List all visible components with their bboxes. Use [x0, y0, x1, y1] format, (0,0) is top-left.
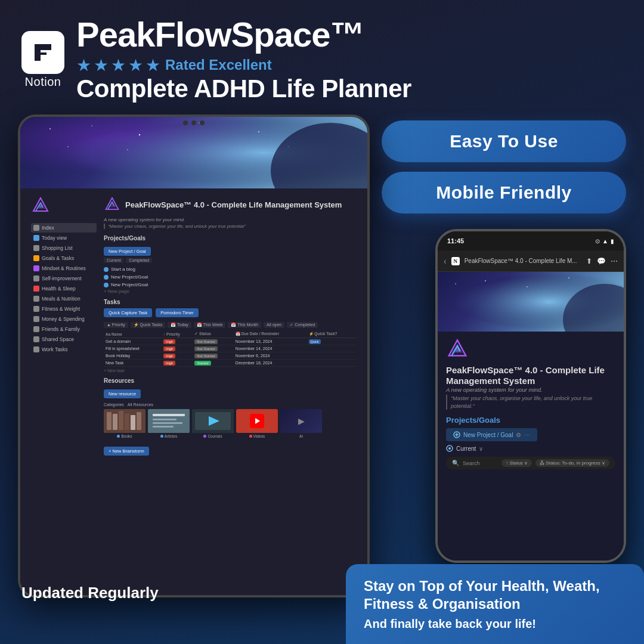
mobile-favicon: N [451, 257, 460, 265]
task-date-3: November 6, 2024 [234, 352, 307, 360]
youtube-icon [250, 414, 264, 428]
task-date-2: November 14, 2024 [234, 345, 307, 352]
tasks-table: Aa Name ↑ Priority ✓ Status 📅 Due Date /… [104, 330, 357, 367]
svg-point-2 [49, 128, 51, 129]
mobile-back-button[interactable]: ‹ [444, 256, 447, 266]
svg-point-8 [258, 131, 259, 132]
task-status-4: Started [193, 360, 234, 367]
task-priority-3: High [162, 352, 193, 360]
task-quick-1: Quick [307, 338, 357, 345]
mobile-page-title: PeakFlowSpace™ 4.0 - Complete Life Manag… [446, 365, 615, 386]
new-page-link[interactable]: + New page [104, 289, 357, 294]
sidebar-item-shared[interactable]: Shared Space [31, 335, 97, 344]
sidebar-item-health[interactable]: Health & Sleep [31, 284, 97, 293]
sidebar-index-label: Index [42, 225, 54, 231]
today-filter[interactable]: 📅 Today [168, 322, 191, 328]
sidebar-item-shopping[interactable]: Shopping List [31, 243, 97, 253]
resource-articles[interactable]: Articles [148, 409, 190, 438]
sidebar-item-meals[interactable]: Meals & Nutrition [31, 294, 97, 304]
week-filter[interactable]: 📅 This Week [194, 322, 226, 328]
current-icon [446, 445, 453, 452]
more-icon-mobile[interactable]: ⋯ [611, 257, 618, 265]
resource-books[interactable]: Books [104, 409, 145, 438]
all-resources-label: All Resources [128, 402, 153, 407]
task-date-4: December 18, 2024 [234, 360, 307, 367]
sidebar-item-index[interactable]: Index [31, 223, 97, 233]
bottom-banner-subtitle: And finally take back your life! [364, 617, 626, 631]
mobile-content-area: PeakFlowSpace™ 4.0 - Complete Life Manag… [438, 332, 624, 479]
battery-icon: ▮ [611, 238, 614, 244]
quick-tasks-filter[interactable]: ⚡ Quick Tasks [131, 322, 166, 328]
svg-rect-24 [153, 414, 185, 416]
mobile-logo [446, 339, 469, 361]
mobile-new-project-btn[interactable]: New Project / Goal ⚙ ⋯ [446, 428, 537, 441]
tablet-mockup: Index Today view Shopping List Goal [18, 114, 370, 609]
svg-point-37 [568, 277, 569, 278]
courses-label: Courses [192, 434, 234, 438]
sidebar-item-mindset[interactable]: Mindset & Routines [31, 264, 97, 273]
project-item-1[interactable]: Start a blog [104, 265, 357, 273]
svg-rect-25 [153, 419, 177, 420]
resource-more[interactable]: ▶ Ai [280, 409, 322, 438]
mobile-nav-actions: ⬆ 💬 ⋯ [586, 257, 618, 265]
completed-filter[interactable]: ✓ Completed [287, 322, 318, 328]
col-name: Aa Name [104, 330, 162, 338]
completed-tag[interactable]: Completed [126, 258, 152, 263]
quick-capture-btn[interactable]: Quick Capture Task [104, 308, 152, 317]
task-name-3: Book Holiday [104, 352, 162, 360]
sidebar-item-friends[interactable]: Friends & Family [31, 324, 97, 334]
mobile-mockup: 11:45 ⊙ ▲ ▮ ‹ N PeakFlowSpace™ 4.0 - Com… [435, 229, 626, 563]
project-tags: Current Completed [104, 258, 357, 263]
project-item-3[interactable]: New Project/Goal [104, 281, 357, 289]
tablet-notch [183, 120, 205, 125]
brainstorm-btn[interactable]: + New Brainstorm [104, 447, 149, 456]
task-priority-4: High [162, 360, 193, 367]
resource-courses[interactable]: Courses [192, 409, 234, 438]
share-icon[interactable]: ⬆ [586, 257, 592, 265]
project-item-2[interactable]: New Project/Goal [104, 273, 357, 281]
priority-filter[interactable]: ▲ Priority [104, 322, 128, 328]
new-resource-btn[interactable]: New resource [104, 389, 141, 398]
task-row-2[interactable]: Fill in spreadsheet High Not Started Nov… [104, 345, 357, 352]
tablet-page-title: PeakFlowSpace™ 4.0 - Complete Life Manag… [125, 200, 342, 210]
sidebar-item-money[interactable]: Money & Spending [31, 314, 97, 324]
sidebar-item-self[interactable]: Self-improvement [31, 274, 97, 283]
new-task-link[interactable]: + New task [104, 369, 357, 373]
books-label: Books [104, 434, 145, 438]
task-filter-row: ▲ Priority ⚡ Quick Tasks 📅 Today 📅 This … [104, 322, 357, 328]
sidebar-item-goals[interactable]: Goals & Tasks [31, 253, 97, 263]
tablet-banner [20, 117, 367, 188]
new-project-btn[interactable]: New Project / Goal [104, 247, 151, 256]
svg-point-46 [448, 447, 451, 450]
month-filter[interactable]: 📅 This Month [228, 322, 261, 328]
tablet-logo-area [31, 197, 97, 218]
stars: ★ ★ ★ ★ ★ [76, 55, 160, 75]
task-buttons: Quick Capture Task Pomodoro Timer [104, 308, 357, 319]
pomodoro-btn[interactable]: Pomodoro Timer [156, 308, 198, 317]
sidebar-today-label: Today view [42, 235, 67, 241]
mobile-nav-bar: ‹ N PeakFlowSpace™ 4.0 - Complete Life M… [438, 250, 624, 272]
svg-rect-21 [131, 415, 135, 430]
sidebar-item-work[interactable]: Work Tasks [31, 345, 97, 354]
comment-icon[interactable]: 💬 [597, 257, 606, 265]
sidebar-item-fitness[interactable]: Fitness & Weight [31, 304, 97, 314]
more-dots-icon: ⋯ [524, 432, 530, 438]
star-3: ★ [111, 55, 126, 75]
mobile-friendly-text: Mobile Friendly [436, 182, 572, 202]
sidebar-item-today[interactable]: Today view [31, 233, 97, 243]
projects-section-header: Projects/Goals [104, 235, 357, 242]
resource-videos[interactable]: Videos [236, 409, 278, 438]
easy-to-use-text: Easy To Use [450, 131, 558, 151]
all-open-filter[interactable]: All open [264, 322, 284, 328]
signal-icon: ▲ [602, 238, 608, 244]
status-filter-2[interactable]: ⁂ Status: To-do, In progress ∨ [535, 459, 609, 467]
status-filter-1[interactable]: ↑ Status ∨ [501, 459, 532, 467]
task-row-1[interactable]: Get a domain High Not Started November 1… [104, 338, 357, 345]
current-tag[interactable]: Current [104, 258, 123, 263]
mobile-screen: PeakFlowSpace™ 4.0 - Complete Life Manag… [438, 272, 624, 561]
task-row-4[interactable]: New Task High Started December 18, 2024 [104, 360, 357, 367]
task-priority-2: High [162, 345, 193, 352]
mobile-search-row[interactable]: 🔍 Search ↑ Status ∨ ⁂ Status: To-do, In … [446, 457, 615, 469]
svg-point-6 [67, 146, 69, 147]
task-row-3[interactable]: Book Holiday High Not Started November 6… [104, 352, 357, 360]
